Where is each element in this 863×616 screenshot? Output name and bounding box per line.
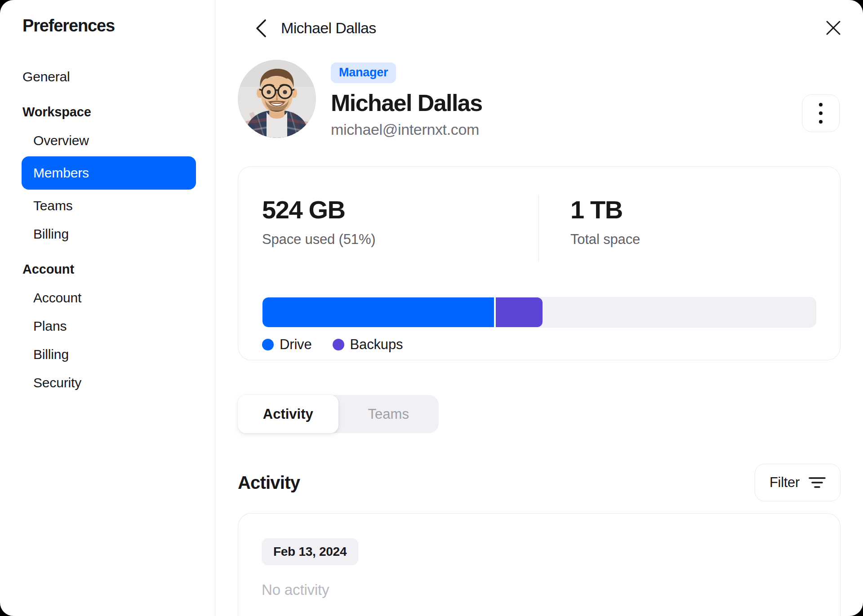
sidebar-item-general[interactable]: General — [22, 62, 205, 91]
role-badge: Manager — [331, 62, 396, 83]
storage-legend: Drive Backups — [262, 337, 816, 353]
panel-header: Michael Dallas — [238, 0, 841, 56]
activity-list-card: Feb 13, 2024 No activity — [238, 513, 841, 616]
progress-segment-backups — [496, 297, 543, 327]
sidebar-section-account: Account — [22, 255, 205, 284]
profile-info: Manager Michael Dallas michael@internxt.… — [331, 60, 482, 138]
drive-dot-icon — [262, 339, 274, 350]
panel-title: Michael Dallas — [281, 19, 376, 37]
progress-segment-drive — [262, 297, 494, 327]
total-space-label: Total space — [570, 231, 640, 248]
close-button[interactable] — [822, 16, 845, 40]
legend-label-backups: Backups — [350, 337, 403, 353]
sidebar-item-teams[interactable]: Teams — [22, 191, 205, 220]
sidebar-title: Preferences — [22, 16, 205, 35]
total-space-stat: 1 TB Total space — [539, 195, 640, 261]
avatar — [238, 60, 316, 138]
sidebar-item-overview[interactable]: Overview — [22, 126, 205, 155]
activity-heading: Activity — [238, 473, 300, 493]
storage-usage-card: 524 GB Space used (51%) 1 TB Total space… — [238, 166, 841, 360]
sidebar: Preferences General Workspace Overview M… — [0, 0, 215, 616]
no-activity-text: No activity — [262, 581, 817, 598]
storage-progress-bar — [262, 297, 816, 328]
sidebar-item-plans[interactable]: Plans — [22, 312, 205, 340]
preferences-window: Preferences General Workspace Overview M… — [0, 0, 863, 616]
backups-dot-icon — [333, 339, 344, 350]
profile-name: Michael Dallas — [331, 89, 482, 116]
sidebar-nav: General Workspace Overview Members Teams… — [22, 62, 205, 397]
space-used-label: Space used (51%) — [262, 231, 538, 248]
legend-label-drive: Drive — [280, 337, 312, 353]
activity-header-row: Activity Filter — [238, 464, 841, 501]
sidebar-item-billing-workspace[interactable]: Billing — [22, 220, 205, 248]
sidebar-section-workspace: Workspace — [22, 98, 205, 126]
kebab-menu-icon — [819, 103, 823, 124]
space-used-value: 524 GB — [262, 195, 538, 224]
sidebar-item-billing-account[interactable]: Billing — [22, 340, 205, 368]
profile-section: Manager Michael Dallas michael@internxt.… — [238, 60, 841, 138]
filter-lines-icon — [809, 476, 826, 489]
total-space-value: 1 TB — [570, 195, 640, 224]
legend-item-drive: Drive — [262, 337, 312, 353]
member-detail-panel: Michael Dallas — [215, 0, 863, 616]
filter-button-label: Filter — [770, 474, 800, 491]
date-chip: Feb 13, 2024 — [262, 538, 358, 565]
sidebar-item-account[interactable]: Account — [22, 284, 205, 312]
storage-stats: 524 GB Space used (51%) 1 TB Total space — [262, 195, 816, 261]
tab-teams[interactable]: Teams — [338, 395, 439, 433]
detail-tabs: Activity Teams — [238, 395, 439, 433]
sidebar-item-security[interactable]: Security — [22, 368, 205, 397]
legend-item-backups: Backups — [333, 337, 403, 353]
chevron-left-icon — [255, 19, 267, 38]
space-used-stat: 524 GB Space used (51%) — [262, 195, 538, 261]
member-options-button[interactable] — [802, 94, 840, 132]
profile-email: michael@internxt.com — [331, 121, 482, 138]
filter-button[interactable]: Filter — [755, 464, 841, 501]
sidebar-item-members[interactable]: Members — [22, 156, 196, 190]
progress-segment-gap — [494, 297, 496, 327]
tab-activity[interactable]: Activity — [238, 395, 338, 433]
close-icon — [826, 20, 841, 35]
back-button[interactable] — [251, 18, 271, 38]
